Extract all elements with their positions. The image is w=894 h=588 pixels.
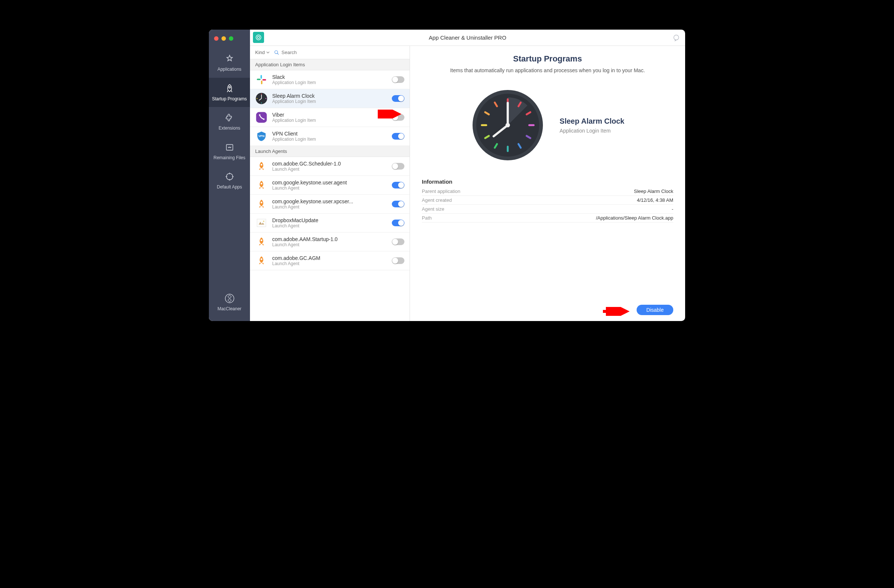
list-row[interactable]: com.adobe.AAM.Startup-1.0Launch Agent	[250, 232, 409, 252]
svg-point-4	[256, 35, 261, 40]
row-sub: Launch Agent	[272, 185, 392, 191]
feedback-icon[interactable]	[672, 34, 680, 41]
footer: Disable	[422, 300, 673, 315]
detail-title: Startup Programs	[422, 54, 673, 64]
row-sub: Launch Agent	[272, 261, 392, 266]
enable-toggle[interactable]	[392, 114, 405, 121]
rocket-icon	[224, 83, 235, 94]
row-labels: com.google.keystone.user.agentLaunch Age…	[272, 179, 392, 191]
list-row[interactable]: com.google.keystone.user.xpcser...Launch…	[250, 195, 409, 214]
sidebar-item-remaining-files[interactable]: Remaining Files	[209, 137, 250, 166]
list-row[interactable]: com.adobe.GC.AGMLaunch Agent	[250, 252, 409, 270]
search-field[interactable]	[281, 50, 405, 55]
info-row: Parent applicationSleep Alarm Clock	[422, 187, 673, 196]
section-header-login-items: Application Login Items	[250, 59, 409, 70]
info-section: Information Parent applicationSleep Alar…	[422, 178, 673, 223]
row-sub: Application Login Item	[272, 99, 392, 104]
main: App Cleaner & Uninstaller PRO Kind	[250, 30, 685, 321]
svg-point-0	[228, 86, 230, 88]
titlebar: App Cleaner & Uninstaller PRO	[250, 30, 685, 46]
detail-item-type: Application Login Item	[560, 128, 624, 134]
section-header-launch-agents: Launch Agents	[250, 146, 409, 157]
row-labels: com.google.keystone.user.xpcser...Launch…	[272, 199, 392, 210]
rocket-icon	[255, 179, 268, 191]
svg-point-17	[261, 103, 262, 104]
svg-point-7	[275, 50, 278, 53]
row-name: com.google.keystone.user.xpcser...	[272, 199, 392, 204]
search-input[interactable]	[274, 50, 405, 55]
list-row[interactable]: com.adobe.GC.Scheduler-1.0Launch Agent	[250, 157, 409, 176]
detail-panel: Startup Programs Items that automaticall…	[410, 46, 685, 321]
svg-point-29	[261, 258, 263, 260]
info-value: /Applications/Sleep Alarm Clock.app	[596, 215, 673, 221]
sidebar-label: Remaining Files	[213, 155, 245, 161]
svg-rect-10	[261, 81, 263, 84]
rocket-icon	[255, 254, 268, 267]
list-row[interactable]: com.google.keystone.user.agentLaunch Age…	[250, 176, 409, 195]
info-key: Path	[422, 215, 432, 221]
svg-point-28	[261, 240, 263, 241]
detail-info: Sleep Alarm Clock Application Login Item	[560, 117, 624, 134]
sidebar-items: Applications Startup Programs Extensions…	[209, 48, 250, 196]
files-icon	[224, 142, 235, 153]
row-sub: Launch Agent	[272, 242, 392, 247]
window-title: App Cleaner & Uninstaller PRO	[429, 35, 506, 41]
maximize-button[interactable]	[229, 36, 233, 41]
enable-toggle[interactable]	[392, 163, 405, 170]
enable-toggle[interactable]	[392, 257, 405, 264]
row-labels: com.adobe.GC.AGMLaunch Agent	[272, 255, 392, 266]
row-sub: Application Login Item	[272, 118, 392, 123]
maccleaner-icon	[224, 293, 235, 304]
info-heading: Information	[422, 178, 673, 185]
header-badge-icon[interactable]	[253, 32, 264, 43]
sidebar-item-startup-programs[interactable]: Startup Programs	[209, 78, 250, 107]
info-key: Agent created	[422, 198, 452, 203]
svg-rect-26	[257, 219, 266, 227]
info-row: Agent size-	[422, 205, 673, 214]
sidebar-item-extensions[interactable]: Extensions	[209, 107, 250, 137]
detail-item-name: Sleep Alarm Clock	[560, 117, 624, 125]
list-row[interactable]: Sleep Alarm ClockApplication Login Item	[250, 89, 409, 108]
svg-point-16	[266, 98, 267, 99]
chevron-down-icon	[266, 51, 270, 54]
minimize-button[interactable]	[222, 36, 226, 41]
close-button[interactable]	[214, 36, 219, 41]
sidebar-item-default-apps[interactable]: Default Apps	[209, 166, 250, 196]
enable-toggle[interactable]	[392, 220, 405, 226]
row-sub: Launch Agent	[272, 223, 392, 228]
enable-toggle[interactable]	[392, 182, 405, 188]
enable-toggle[interactable]	[392, 76, 405, 83]
rocket-icon	[255, 198, 268, 210]
applications-icon	[224, 53, 235, 65]
sidebar-item-applications[interactable]: Applications	[209, 48, 250, 78]
row-labels: DropboxMacUpdateLaunch Agent	[272, 217, 392, 228]
window: Applications Startup Programs Extensions…	[209, 30, 685, 321]
svg-point-2	[226, 174, 233, 180]
enable-toggle[interactable]	[392, 201, 405, 207]
list-row[interactable]: SlackApplication Login Item	[250, 70, 409, 89]
svg-point-5	[257, 36, 260, 39]
enable-toggle[interactable]	[392, 238, 405, 245]
list-row[interactable]: ViberApplication Login Item	[250, 108, 409, 127]
row-name: DropboxMacUpdate	[272, 217, 392, 223]
info-row: Agent created4/12/16, 4:38 AM	[422, 196, 673, 205]
svg-point-6	[674, 35, 678, 40]
enable-toggle[interactable]	[392, 95, 405, 102]
vpn-icon: VPN	[255, 130, 268, 143]
sidebar-label: MacCleaner	[217, 306, 242, 312]
list-row[interactable]: DropboxMacUpdateLaunch Agent	[250, 214, 409, 232]
sidebar: Applications Startup Programs Extensions…	[209, 30, 250, 321]
clock-icon-large	[471, 88, 545, 162]
list-row[interactable]: VPNVPN ClientApplication Login Item	[250, 127, 409, 146]
row-name: VPN Client	[272, 131, 392, 137]
list-rows: Application Login Items SlackApplication…	[250, 59, 409, 270]
svg-point-18	[257, 98, 258, 99]
sidebar-item-maccleaner[interactable]: MacCleaner	[209, 288, 250, 317]
enable-toggle[interactable]	[392, 133, 405, 140]
kind-dropdown[interactable]: Kind	[255, 50, 270, 55]
disable-button[interactable]: Disable	[637, 305, 673, 315]
row-sub: Launch Agent	[272, 204, 392, 210]
list-panel: Kind Application Login Items SlackApplic…	[250, 46, 410, 321]
row-labels: com.adobe.GC.Scheduler-1.0Launch Agent	[272, 161, 392, 172]
svg-point-46	[506, 123, 510, 127]
